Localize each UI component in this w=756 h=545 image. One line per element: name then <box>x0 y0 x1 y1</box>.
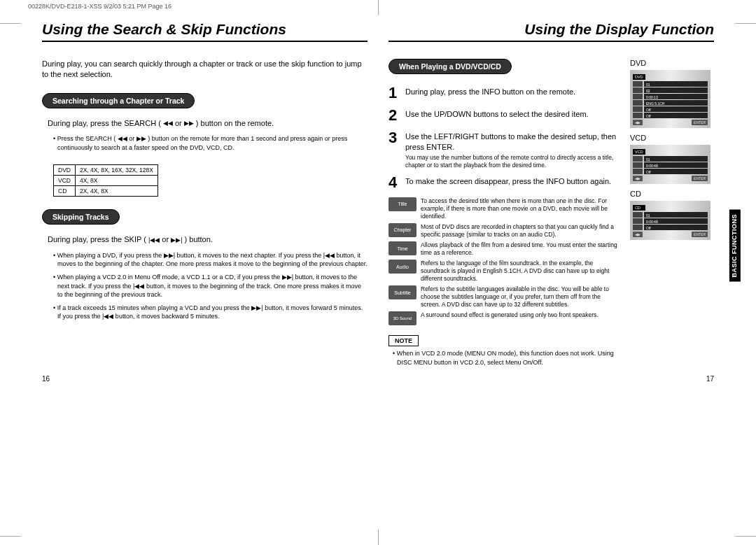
skip-notes: When playing a DVD, if you press the ▶▶|… <box>53 251 368 321</box>
side-tab: BASIC FUNCTIONS <box>729 210 741 282</box>
section-heading-playing: When Playing a DVD/VCD/CD <box>388 59 512 74</box>
skip-back-icon: |◀◀ <box>148 237 160 243</box>
skip-body: During play, press the SKIP ( |◀◀ or ▶▶|… <box>48 234 368 245</box>
step-2: 2 Use the UP/DOWN buttons to select the … <box>388 106 622 125</box>
osd-cd: CD 01 0:00:48 Off ◀▶ENTER <box>630 201 710 240</box>
left-page: Using the Search & Skip Functions During… <box>42 21 368 380</box>
icon-definitions: TitleTo access the desired title when th… <box>388 197 622 326</box>
step-1: 1 During play, press the INFO button on … <box>388 84 622 102</box>
print-slug: 00228K/DVD-E218-1-XSS 9/2/03 5:21 PM Pag… <box>28 3 172 10</box>
speed-table: DVD2X, 4X, 8X, 16X, 32X, 128X VCD4X, 8X … <box>53 164 158 197</box>
section-heading-skip: Skipping Tracks <box>42 209 120 225</box>
step3-subnote: You may use the number buttons of the re… <box>405 154 622 169</box>
osd-dvd-label: DVD <box>630 59 714 67</box>
audio-icon: Audio <box>388 260 416 274</box>
search-body: During play, press the SEARCH ( ◀◀ or ▶▶… <box>48 118 368 129</box>
3dsound-icon: 3D Sound <box>388 311 416 325</box>
intro-text: During play, you can search quickly thro… <box>42 59 368 80</box>
page-title-left: Using the Search & Skip Functions <box>42 21 368 42</box>
title-icon: Title <box>388 197 416 211</box>
forward-icon: ▶▶ <box>184 120 194 127</box>
step-4: 4 To make the screen disappear, press th… <box>388 174 622 192</box>
note-box: NOTE <box>388 335 419 346</box>
time-icon: Time <box>388 241 416 255</box>
skip-forward-icon: ▶▶| <box>171 237 182 243</box>
page-title-right: Using the Display Function <box>388 21 714 42</box>
note-text: When in VCD 2.0 mode (MENU ON mode), thi… <box>393 349 622 367</box>
osd-vcd: VCD 01 0:00:48 Off ◀▶ENTER <box>630 145 710 184</box>
step-3: 3 Use the LEFT/RIGHT buttons to make the… <box>388 129 622 169</box>
osd-column: DVD DVD 01 02 0:00:13 ENG 5.1CH Off Off … <box>630 59 714 380</box>
steps-list: 1 During play, press the INFO button on … <box>388 84 622 192</box>
right-page: Using the Display Function When Playing … <box>388 21 714 380</box>
page-number-right: 17 <box>706 375 714 383</box>
subtitle-icon: Subtitle <box>388 285 416 299</box>
section-heading-search: Searching through a Chapter or Track <box>42 93 195 108</box>
page-spread: Using the Search & Skip Functions During… <box>0 0 756 401</box>
chapter-icon: Chapter <box>388 223 416 237</box>
search-notes: Press the SEARCH ( ◀◀ or ▶▶ ) button on … <box>53 134 368 152</box>
page-number-left: 16 <box>42 375 50 383</box>
osd-dvd: DVD 01 02 0:00:13 ENG 5.1CH Off Off ◀▶EN… <box>630 70 710 128</box>
rewind-icon: ◀◀ <box>163 120 173 127</box>
osd-vcd-label: VCD <box>630 134 714 142</box>
osd-cd-label: CD <box>630 190 714 198</box>
